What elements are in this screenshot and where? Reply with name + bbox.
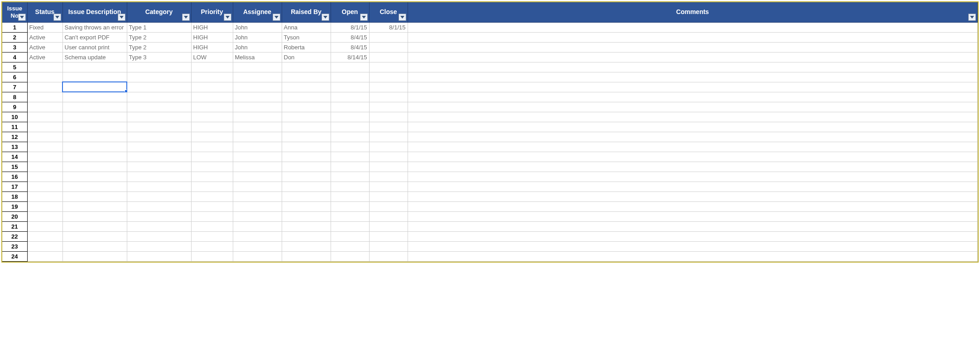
- cell-issue_no[interactable]: 4: [2, 52, 27, 62]
- cell-assignee[interactable]: [233, 102, 282, 112]
- cell-close[interactable]: [369, 42, 408, 52]
- cell-description[interactable]: [62, 92, 127, 102]
- cell-raised_by[interactable]: [282, 112, 331, 122]
- cell-close[interactable]: [369, 132, 408, 142]
- cell-raised_by[interactable]: [282, 251, 331, 261]
- cell-status[interactable]: [27, 82, 62, 92]
- cell-assignee[interactable]: [233, 62, 282, 72]
- col-header-description[interactable]: Issue Description: [62, 2, 127, 22]
- cell-assignee[interactable]: John: [233, 22, 282, 32]
- cell-priority[interactable]: [191, 82, 233, 92]
- cell-issue_no[interactable]: 22: [2, 231, 27, 241]
- cell-comments[interactable]: [408, 102, 978, 112]
- cell-priority[interactable]: [191, 211, 233, 221]
- cell-issue_no[interactable]: 1: [2, 22, 27, 32]
- cell-issue_no[interactable]: 20: [2, 211, 27, 221]
- cell-description[interactable]: Can't export PDF: [62, 32, 127, 42]
- cell-comments[interactable]: [408, 32, 978, 42]
- cell-category[interactable]: [127, 132, 191, 142]
- cell-comments[interactable]: [408, 221, 978, 231]
- cell-raised_by[interactable]: [282, 92, 331, 102]
- filter-dropdown-comments[interactable]: [968, 14, 976, 21]
- cell-issue_no[interactable]: 23: [2, 241, 27, 251]
- cell-comments[interactable]: [408, 142, 978, 152]
- cell-issue_no[interactable]: 17: [2, 182, 27, 191]
- cell-close[interactable]: [369, 142, 408, 152]
- col-header-comments[interactable]: Comments: [408, 2, 978, 22]
- cell-category[interactable]: [127, 201, 191, 211]
- cell-priority[interactable]: [191, 241, 233, 251]
- cell-status[interactable]: [27, 132, 62, 142]
- cell-raised_by[interactable]: [282, 231, 331, 241]
- cell-assignee[interactable]: [233, 142, 282, 152]
- cell-status[interactable]: [27, 231, 62, 241]
- cell-category[interactable]: [127, 152, 191, 162]
- cell-category[interactable]: [127, 82, 191, 92]
- cell-priority[interactable]: HIGH: [191, 32, 233, 42]
- cell-status[interactable]: [27, 92, 62, 102]
- cell-raised_by[interactable]: [282, 142, 331, 152]
- cell-issue_no[interactable]: 10: [2, 112, 27, 122]
- cell-assignee[interactable]: [233, 72, 282, 82]
- cell-open[interactable]: 8/1/15: [331, 22, 369, 32]
- cell-open[interactable]: [331, 102, 369, 112]
- cell-close[interactable]: [369, 241, 408, 251]
- col-header-raised_by[interactable]: Raised By: [282, 2, 331, 22]
- cell-issue_no[interactable]: 7: [2, 82, 27, 92]
- cell-raised_by[interactable]: [282, 132, 331, 142]
- cell-comments[interactable]: [408, 82, 978, 92]
- cell-close[interactable]: [369, 221, 408, 231]
- cell-category[interactable]: Type 3: [127, 52, 191, 62]
- cell-category[interactable]: Type 2: [127, 32, 191, 42]
- cell-status[interactable]: [27, 72, 62, 82]
- cell-status[interactable]: [27, 102, 62, 112]
- cell-assignee[interactable]: [233, 112, 282, 122]
- cell-priority[interactable]: [191, 122, 233, 132]
- cell-issue_no[interactable]: 19: [2, 201, 27, 211]
- cell-description[interactable]: [62, 132, 127, 142]
- cell-assignee[interactable]: John: [233, 32, 282, 42]
- cell-open[interactable]: [331, 152, 369, 162]
- cell-open[interactable]: [331, 191, 369, 201]
- cell-close[interactable]: [369, 112, 408, 122]
- cell-raised_by[interactable]: [282, 152, 331, 162]
- cell-open[interactable]: 8/4/15: [331, 32, 369, 42]
- cell-raised_by[interactable]: Roberta: [282, 42, 331, 52]
- cell-priority[interactable]: [191, 142, 233, 152]
- col-header-open[interactable]: Open: [331, 2, 369, 22]
- cell-status[interactable]: [27, 112, 62, 122]
- cell-close[interactable]: [369, 122, 408, 132]
- cell-priority[interactable]: LOW: [191, 52, 233, 62]
- cell-description[interactable]: [62, 102, 127, 112]
- cell-priority[interactable]: [191, 251, 233, 261]
- cell-issue_no[interactable]: 13: [2, 142, 27, 152]
- cell-issue_no[interactable]: 12: [2, 132, 27, 142]
- cell-description[interactable]: [62, 152, 127, 162]
- cell-issue_no[interactable]: 18: [2, 191, 27, 201]
- cell-raised_by[interactable]: [282, 162, 331, 172]
- cell-status[interactable]: [27, 172, 62, 182]
- cell-raised_by[interactable]: Don: [282, 52, 331, 62]
- cell-status[interactable]: [27, 142, 62, 152]
- cell-category[interactable]: [127, 172, 191, 182]
- cell-category[interactable]: [127, 191, 191, 201]
- cell-assignee[interactable]: John: [233, 42, 282, 52]
- cell-open[interactable]: 8/14/15: [331, 52, 369, 62]
- cell-assignee[interactable]: [233, 162, 282, 172]
- cell-comments[interactable]: [408, 92, 978, 102]
- cell-open[interactable]: [331, 221, 369, 231]
- cell-open[interactable]: [331, 122, 369, 132]
- cell-raised_by[interactable]: [282, 241, 331, 251]
- cell-comments[interactable]: [408, 42, 978, 52]
- cell-comments[interactable]: [408, 162, 978, 172]
- cell-assignee[interactable]: [233, 221, 282, 231]
- cell-assignee[interactable]: [233, 132, 282, 142]
- cell-assignee[interactable]: [233, 92, 282, 102]
- cell-comments[interactable]: [408, 182, 978, 191]
- cell-category[interactable]: [127, 112, 191, 122]
- cell-description[interactable]: [62, 62, 127, 72]
- cell-open[interactable]: [331, 92, 369, 102]
- cell-close[interactable]: [369, 201, 408, 211]
- cell-comments[interactable]: [408, 251, 978, 261]
- cell-comments[interactable]: [408, 172, 978, 182]
